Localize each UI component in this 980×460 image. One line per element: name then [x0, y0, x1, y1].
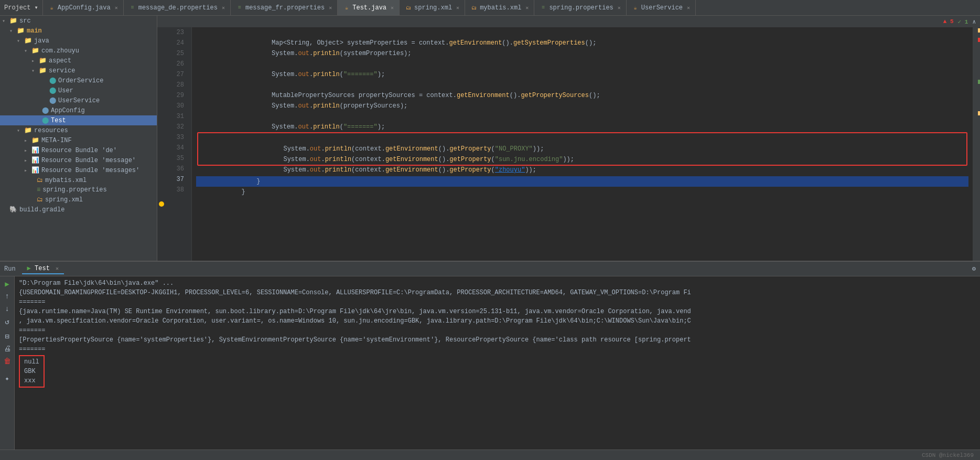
- tree-resources-label: resources: [34, 127, 68, 134]
- bundle-de-icon: 📊: [31, 146, 39, 154]
- gear-icon[interactable]: ⚙: [972, 265, 976, 273]
- tree-appconfig-label: AppConfig: [51, 107, 85, 114]
- xml-mybatis-icon: 🗂: [37, 176, 43, 184]
- java-icon: ☕: [48, 4, 56, 12]
- tree-bundle-de[interactable]: ▸ 📊 Resource Bundle 'de': [0, 145, 157, 155]
- tab-spring-xml[interactable]: 🗂 spring.xml ✕: [400, 0, 465, 15]
- tree-user[interactable]: ⬤ User: [0, 85, 157, 95]
- tree-build-gradle[interactable]: 🐘 build.gradle: [0, 205, 157, 215]
- tab-userservice[interactable]: ☕ UserService ✕: [627, 0, 696, 15]
- run-label: Run: [4, 265, 16, 273]
- tab-message-de[interactable]: ≡ message_de.properties ✕: [124, 0, 231, 15]
- output-line-3: =======: [19, 297, 976, 307]
- output-null: null: [24, 357, 39, 367]
- tree-main[interactable]: ▾ 📁 main: [0, 26, 157, 36]
- editor-area: ▲ 5 ✓ 1 ∧ 23 24 25 26 27 28 29 30 31 32 …: [157, 16, 980, 261]
- prop-spring-icon: ≡: [37, 186, 40, 194]
- tab-userservice-close[interactable]: ✕: [687, 5, 690, 11]
- tab-test-close[interactable]: ✕: [391, 5, 394, 11]
- class-c-appconfig-icon: ⬤: [42, 106, 49, 114]
- tree-bundle-message-label: Resource Bundle 'message': [41, 157, 136, 164]
- tab-message-fr[interactable]: ≡ message_fr.properties ✕: [231, 0, 338, 15]
- ln-25: 25: [166, 48, 187, 59]
- tab-bar: Project ▾ ☕ AppConfig.java ✕ ≡ message_d…: [0, 0, 980, 16]
- tree-spring-xml[interactable]: 🗂 spring.xml: [0, 195, 157, 205]
- tree-appconfig[interactable]: ⬤ AppConfig: [0, 105, 157, 115]
- tab-appconfig-close[interactable]: ✕: [115, 5, 118, 11]
- arrow-main: ▾: [9, 28, 17, 34]
- tree-src[interactable]: ▾ 📁 src: [0, 16, 157, 26]
- run-play-button[interactable]: ▶: [2, 279, 13, 289]
- run-tab-label: Test: [35, 265, 50, 272]
- tree-spring-props[interactable]: ≡ spring.properties: [0, 185, 157, 195]
- tree-resources[interactable]: ▾ 📁 resources: [0, 125, 157, 135]
- gutter-ok-1: [978, 80, 980, 84]
- tab-spring-xml-label: spring.xml: [414, 4, 452, 12]
- tab-mybatis-close[interactable]: ✕: [525, 5, 529, 11]
- tree-mybatis[interactable]: 🗂 mybatis.xml: [0, 175, 157, 185]
- run-down-button[interactable]: ↓: [2, 304, 13, 314]
- arrow-up[interactable]: ∧: [972, 18, 976, 25]
- tab-mybatis[interactable]: 🗂 mybatis.xml ✕: [465, 0, 534, 15]
- ln-28: 28: [166, 80, 187, 90]
- run-settings-button[interactable]: ✦: [2, 373, 13, 383]
- run-header-right: ⚙: [972, 265, 976, 273]
- output-gbk: GBK: [24, 367, 39, 376]
- tree-service[interactable]: ▾ 📁 service: [0, 66, 157, 76]
- class-o-orderservice-icon: ⬤: [49, 77, 56, 84]
- run-output: "D:\Program File\jdk\64\bin\java.exe" ..…: [15, 276, 980, 450]
- run-header: Run ▶ Test ✕ ⚙: [0, 262, 980, 276]
- arrow-service: ▾: [31, 68, 39, 74]
- gradle-icon: 🐘: [9, 206, 17, 213]
- highlighted-code-block: System.out.println(context.getEnvironmen…: [197, 132, 967, 166]
- check-badge: ✓ 1: [958, 18, 968, 25]
- breakpoint-dot: [159, 201, 164, 207]
- tab-spring-xml-close[interactable]: ✕: [456, 5, 459, 11]
- bottom-status-bar: CSDN @nickel369: [0, 450, 980, 460]
- folder-metainf-icon: 📁: [31, 136, 39, 144]
- run-tab-icon: ▶: [27, 265, 31, 272]
- code-line-31: System.out.println("=======");: [196, 111, 968, 122]
- mybatis-icon: 🗂: [470, 4, 478, 12]
- run-tab-test[interactable]: ▶ Test ✕: [22, 263, 64, 274]
- tree-orderservice[interactable]: ⬤ OrderService: [0, 76, 157, 85]
- folder-main-icon: 📁: [17, 27, 25, 35]
- run-rerun-button[interactable]: ↺: [2, 316, 13, 327]
- spring-props-icon: ≡: [540, 4, 547, 12]
- tab-mybatis-label: mybatis.xml: [480, 4, 521, 12]
- class-o-user-icon: ⬤: [49, 87, 56, 94]
- run-tab-close[interactable]: ✕: [56, 266, 59, 272]
- run-stop-button[interactable]: ⊟: [2, 331, 13, 341]
- tree-aspect[interactable]: ▸ 📁 aspect: [0, 56, 157, 66]
- tree-java[interactable]: ▾ 📁 java: [0, 36, 157, 46]
- run-up-button[interactable]: ↑: [2, 291, 13, 302]
- class-c-userservice-icon: ⬤: [49, 97, 56, 104]
- tab-spring-props-close[interactable]: ✕: [618, 5, 621, 11]
- tree-test[interactable]: ⬤ Test: [0, 115, 157, 125]
- tree-bundle-message[interactable]: ▸ 📊 Resource Bundle 'message': [0, 155, 157, 165]
- tab-test[interactable]: ☕ Test.java ✕: [338, 0, 400, 15]
- tree-bundle-de-label: Resource Bundle 'de': [41, 147, 117, 154]
- arrow-src: ▾: [2, 18, 9, 24]
- tab-message-de-close[interactable]: ✕: [222, 5, 225, 11]
- run-clear-button[interactable]: 🗑: [2, 356, 13, 367]
- gutter-warning-2: [978, 111, 980, 115]
- output-line-7: [PropertiesPropertySource {name='systemP…: [19, 335, 976, 345]
- code-content: Map<String, Object> systemProperties = c…: [192, 27, 973, 197]
- tab-spring-props[interactable]: ≡ spring.properties ✕: [534, 0, 626, 15]
- tab-message-fr-close[interactable]: ✕: [329, 5, 332, 11]
- tree-metainf[interactable]: ▸ 📁 META-INF: [0, 135, 157, 145]
- code-line-38: [196, 187, 968, 197]
- code-scroll[interactable]: Map<String, Object> systemProperties = c…: [192, 27, 973, 261]
- run-print-button[interactable]: 🖨: [2, 344, 13, 354]
- tree-userservice[interactable]: ⬤ UserService: [0, 95, 157, 105]
- tree-bundle-messages-label: Resource Bundle 'messages': [41, 167, 139, 174]
- ln-30: 30: [166, 101, 187, 111]
- spring-xml-icon: 🗂: [405, 4, 412, 12]
- tree-bundle-messages[interactable]: ▸ 📊 Resource Bundle 'messages': [0, 165, 157, 175]
- tree-main-label: main: [27, 27, 42, 35]
- run-content: ▶ ↑ ↓ ↺ ⊟ 🖨 🗑 ✦ "D:\Program File\jdk\64\…: [0, 276, 980, 450]
- arrow-bundle-de: ▸: [24, 147, 31, 154]
- tab-appconfig[interactable]: ☕ AppConfig.java ✕: [43, 0, 124, 15]
- tree-comzhouyu[interactable]: ▾ 📁 com.zhouyu: [0, 46, 157, 56]
